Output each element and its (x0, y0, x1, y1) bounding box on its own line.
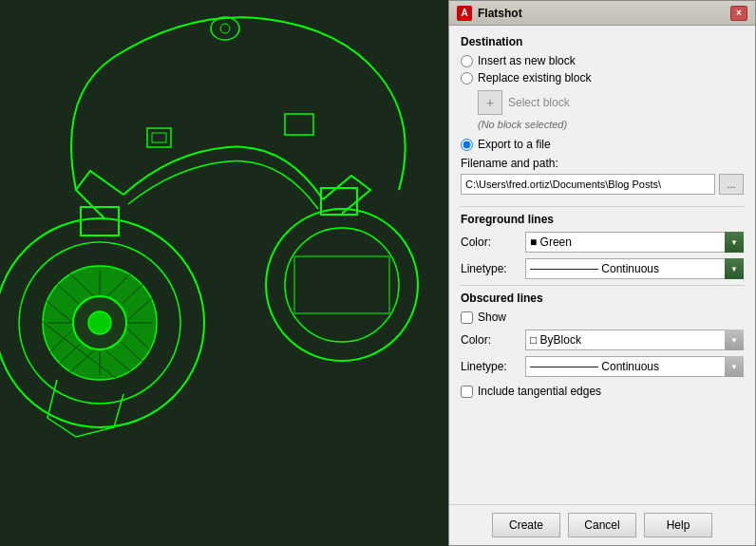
canvas-area (0, 0, 448, 546)
radio-replace[interactable] (461, 72, 473, 85)
radio-replace-label: Replace existing block (478, 71, 591, 85)
destination-label: Destination (461, 35, 744, 48)
app-icon: A (457, 6, 472, 21)
tangential-label: Include tangential edges (478, 385, 601, 398)
radio-export-label: Export to a file (478, 138, 551, 151)
radio-export[interactable] (461, 139, 473, 151)
tangential-row[interactable]: Include tangential edges (461, 385, 744, 398)
obscured-linetype-label: Linetype: (461, 360, 525, 373)
obscured-color-select[interactable]: □ ByBlock ByLayer Green Red (525, 329, 744, 350)
select-block-button[interactable]: + (478, 90, 502, 115)
obscured-color-label: Color: (461, 333, 525, 347)
obscured-show-row[interactable]: Show (461, 311, 744, 324)
dialog-panel: A Flatshot × Destination Insert as new b… (448, 0, 756, 546)
foreground-color-row: Color: ■ Green ByLayer ByBlock Red Blue … (461, 232, 744, 253)
obscured-color-dropdown-container: □ ByBlock ByLayer Green Red ▼ (525, 329, 744, 350)
help-button[interactable]: Help (644, 513, 712, 537)
foreground-linetype-label: Linetype: (461, 262, 525, 275)
close-button[interactable]: × (730, 6, 747, 21)
radio-insert-item[interactable]: Insert as new block (461, 54, 744, 67)
obscured-linetype-row: Linetype: —————— Continuous - - - - Dash… (461, 356, 744, 377)
filename-row: ... (461, 174, 744, 195)
select-block-text: Select block (508, 96, 570, 109)
create-button[interactable]: Create (492, 513, 560, 537)
foreground-color-dropdown-container: ■ Green ByLayer ByBlock Red Blue ▼ (525, 232, 744, 253)
title-left: A Flatshot (457, 6, 522, 21)
cancel-button[interactable]: Cancel (568, 513, 636, 537)
foreground-color-select[interactable]: ■ Green ByLayer ByBlock Red Blue (525, 232, 744, 253)
destination-radio-group: Insert as new block Replace existing blo… (461, 54, 744, 85)
svg-rect-0 (0, 0, 448, 546)
divider-1 (461, 206, 744, 207)
filename-input[interactable] (461, 174, 715, 195)
dialog-body: Destination Insert as new block Replace … (449, 26, 755, 504)
obscured-show-label: Show (478, 311, 506, 324)
select-block-row: + Select block (478, 90, 744, 115)
radio-export-item[interactable]: Export to a file (461, 138, 744, 151)
dialog-title: Flatshot (478, 7, 522, 20)
radio-insert-label: Insert as new block (478, 54, 576, 67)
foreground-label: Foreground lines (461, 213, 744, 226)
filename-label: Filename and path: (461, 157, 744, 170)
obscured-linetype-select[interactable]: —————— Continuous - - - - Dashed -·-·-· … (525, 356, 744, 377)
foreground-linetype-dropdown-container: —————— Continuous - - - - Dashed -·-·-· … (525, 258, 744, 279)
dialog-titlebar: A Flatshot × (449, 1, 755, 26)
radio-insert[interactable] (461, 55, 473, 67)
radio-replace-item[interactable]: Replace existing block (461, 71, 744, 85)
divider-2 (461, 285, 744, 286)
obscured-label: Obscured lines (461, 292, 744, 305)
obscured-show-checkbox[interactable] (461, 311, 473, 324)
svg-point-14 (88, 311, 111, 334)
dialog-footer: Create Cancel Help (449, 504, 755, 545)
foreground-color-label: Color: (461, 235, 525, 249)
tangential-checkbox[interactable] (461, 386, 473, 398)
foreground-linetype-row: Linetype: —————— Continuous - - - - Dash… (461, 258, 744, 279)
obscured-color-row: Color: □ ByBlock ByLayer Green Red ▼ (461, 329, 744, 350)
foreground-linetype-select[interactable]: —————— Continuous - - - - Dashed -·-·-· … (525, 258, 744, 279)
browse-button[interactable]: ... (719, 174, 744, 195)
obscured-linetype-dropdown-container: —————— Continuous - - - - Dashed -·-·-· … (525, 356, 744, 377)
no-block-text: (No block selected) (478, 119, 744, 130)
